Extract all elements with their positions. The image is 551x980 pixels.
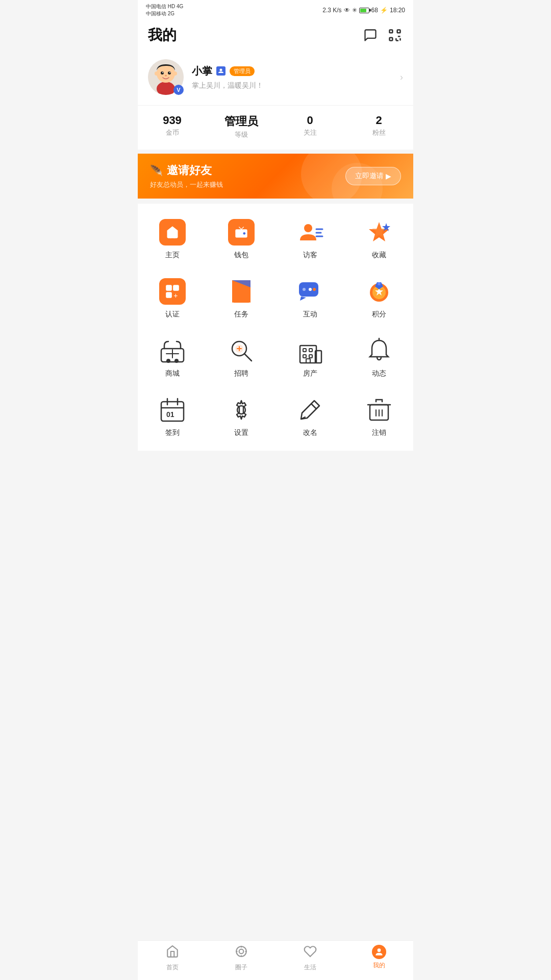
banner-left: 🪶 邀请好友 好友总动员，一起来赚钱 [150, 163, 223, 189]
svg-line-69 [311, 404, 316, 409]
job-label: 招聘 [234, 369, 248, 378]
stat-level[interactable]: 管理员 等级 [207, 114, 276, 139]
logout-label: 注销 [372, 428, 386, 437]
eye-icon: 👁 [344, 7, 350, 14]
verify-label: 认证 [165, 310, 180, 319]
menu-grid: 主页 钱包 [138, 209, 413, 446]
stat-coins-label: 金币 [138, 128, 207, 137]
grid-item-rename[interactable]: 改名 [276, 386, 344, 446]
time: 18:20 [390, 7, 405, 14]
grid-item-settings[interactable]: 设置 [207, 386, 276, 446]
grid-item-points[interactable]: 积分 [344, 268, 413, 327]
carrier1: 中国电信 HD 4G [146, 3, 183, 10]
header: 我的 [138, 19, 413, 51]
home-label: 主页 [165, 251, 180, 260]
grid-item-home[interactable]: 主页 [138, 209, 207, 268]
grid-item-logout[interactable]: 注销 [344, 386, 413, 446]
svg-point-21 [243, 232, 245, 235]
profile-name-row: 小掌 管理员 [192, 64, 392, 78]
checkin-icon: 01 [159, 397, 186, 423]
battery-icon [359, 8, 369, 13]
banner-title: 🪶 邀请好友 [150, 163, 223, 178]
svg-point-15 [169, 72, 170, 73]
grid-item-wallet[interactable]: 钱包 [207, 209, 276, 268]
banner-subtitle: 好友总动员，一起来赚钱 [150, 180, 223, 189]
grid-item-job[interactable]: 招聘 [207, 327, 276, 386]
bolt-icon: ⚡ [380, 7, 388, 14]
shop-icon [159, 337, 186, 364]
grid-item-favorite[interactable]: 收藏 [344, 209, 413, 268]
points-icon [366, 278, 392, 305]
svg-point-17 [155, 71, 159, 76]
speed: 2.3 K/s [322, 7, 341, 14]
notification-label: 动态 [372, 369, 386, 378]
svg-point-44 [378, 282, 381, 285]
svg-point-13 [168, 71, 171, 75]
svg-text:+: + [173, 291, 178, 299]
interact-icon [297, 278, 323, 305]
svg-rect-58 [309, 349, 312, 352]
invite-button[interactable]: 立即邀请 ▶ [345, 167, 401, 185]
svg-rect-57 [303, 349, 306, 352]
svg-point-39 [309, 288, 312, 291]
stat-coins-value: 939 [138, 114, 207, 127]
scan-icon[interactable] [387, 27, 403, 43]
bluetooth-icon: ✳ [352, 7, 357, 14]
grid-item-checkin[interactable]: 01 签到 [138, 386, 207, 446]
svg-rect-59 [303, 355, 306, 358]
svg-rect-2 [390, 38, 393, 41]
profile-section: V 小掌 管理员 掌上吴川，温暖吴川！ › [138, 51, 413, 106]
stat-fans[interactable]: 2 粉丝 [344, 114, 413, 139]
stat-following[interactable]: 0 关注 [276, 114, 344, 139]
settings-label: 设置 [234, 428, 248, 437]
admin-badge: 管理员 [230, 66, 255, 76]
grid-item-realestate[interactable]: 房产 [276, 327, 344, 386]
grid-item-verify[interactable]: + 认证 [138, 268, 207, 327]
carrier-info: 中国电信 HD 4G 中国移动 2G [146, 3, 183, 17]
svg-point-16 [165, 75, 167, 77]
profile-arrow-icon[interactable]: › [400, 72, 403, 83]
shop-label: 商城 [165, 369, 180, 378]
svg-point-47 [174, 359, 179, 363]
stat-coins[interactable]: 939 金币 [138, 114, 207, 139]
svg-point-14 [162, 72, 163, 73]
user-type-icon [216, 66, 226, 76]
message-icon[interactable] [362, 27, 379, 43]
grid-item-visitor[interactable]: 访客 [276, 209, 344, 268]
stat-level-value: 管理员 [207, 114, 276, 129]
realestate-label: 房产 [303, 369, 317, 378]
grid-item-notification[interactable]: 动态 [344, 327, 413, 386]
visitor-icon [297, 219, 323, 246]
status-right: 2.3 K/s 👁 ✳ 68 ⚡ 18:20 [322, 7, 405, 14]
svg-rect-30 [166, 285, 172, 291]
svg-point-12 [161, 71, 164, 75]
svg-rect-31 [173, 285, 179, 291]
arrow-icon: ▶ [386, 172, 391, 180]
grid-item-task[interactable]: 任务 [207, 268, 276, 327]
page-title: 我的 [148, 26, 177, 45]
avatar-verified-badge: V [173, 85, 184, 95]
favorite-label: 收藏 [372, 251, 386, 260]
svg-text:01: 01 [166, 410, 174, 419]
header-icons [362, 27, 403, 43]
grid-item-interact[interactable]: 互动 [276, 268, 344, 327]
rename-label: 改名 [303, 428, 317, 437]
stat-fans-value: 2 [344, 114, 413, 127]
svg-point-38 [303, 288, 306, 291]
rename-icon [297, 397, 323, 423]
svg-point-46 [166, 359, 170, 363]
invite-banner[interactable]: 🪶 邀请好友 好友总动员，一起来赚钱 立即邀请 ▶ [138, 154, 413, 199]
task-label: 任务 [234, 310, 248, 319]
verify-icon: + [159, 278, 186, 305]
task-icon [228, 278, 255, 305]
profile-bio: 掌上吴川，温暖吴川！ [192, 81, 392, 90]
stat-fans-label: 粉丝 [344, 128, 413, 137]
points-label: 积分 [372, 310, 386, 319]
battery-percent: 68 [371, 7, 378, 14]
status-bar: 中国电信 HD 4G 中国移动 2G 2.3 K/s 👁 ✳ 68 ⚡ 18:2… [138, 0, 413, 19]
avatar-wrap[interactable]: V [148, 59, 184, 95]
wallet-icon [228, 219, 255, 246]
svg-point-23 [304, 224, 312, 232]
grid-item-shop[interactable]: 商城 [138, 327, 207, 386]
job-icon [228, 337, 255, 364]
